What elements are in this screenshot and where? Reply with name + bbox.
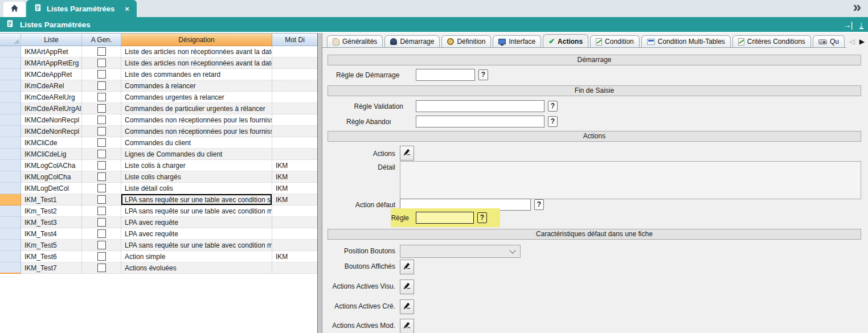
a-gen-checkbox[interactable] (97, 138, 106, 147)
action-defaut-help-button[interactable]: ? (534, 199, 544, 210)
a-gen-checkbox[interactable] (97, 150, 106, 158)
cell-designation[interactable]: Liste colis chargés (121, 171, 272, 183)
table-row[interactable]: IKMCliCdeLig Lignes de Commandes du clie… (0, 149, 317, 160)
cell-liste[interactable]: IKMCdeAppRet (21, 69, 82, 80)
cell-liste[interactable]: IKMCliCdeLig (21, 149, 82, 160)
regle-abandon-help-button[interactable]: ? (548, 116, 558, 127)
cell-designation[interactable]: LPA sans requête sur une table avec cond… (121, 205, 272, 217)
column-header-designation[interactable]: Désignation (121, 34, 272, 46)
actions-actives-visu-edit-button[interactable] (400, 279, 414, 294)
table-row[interactable]: IKMArtAppRet Liste des articles non réce… (0, 46, 317, 57)
jump-to-end-icon[interactable]: →| (843, 20, 853, 30)
a-gen-checkbox[interactable] (97, 161, 106, 170)
row-selector-cell[interactable] (0, 228, 21, 240)
a-gen-checkbox[interactable] (97, 241, 106, 249)
a-gen-checkbox[interactable] (97, 116, 106, 124)
table-row[interactable]: IKM_Test3 LPA avec requête (0, 217, 317, 228)
cell-mot-di[interactable] (272, 80, 317, 92)
tab-crit-res-conditions[interactable]: Critères Conditions (732, 35, 811, 47)
cell-designation[interactable]: LPA avec requête (121, 217, 272, 228)
a-gen-checkbox[interactable] (97, 70, 106, 79)
tab-d-marrage[interactable]: Démarrage (384, 35, 440, 47)
cell-mot-di[interactable] (272, 103, 317, 114)
cell-liste[interactable]: IKm_Test5 (21, 240, 82, 251)
regle-demarrage-input[interactable] (416, 69, 475, 81)
column-header-a-gen[interactable]: A Gen. (82, 34, 121, 46)
cell-designation[interactable]: Commandes non réceptionnées pour les fou… (121, 126, 272, 137)
tab-d-finition[interactable]: Définition (441, 35, 491, 47)
cell-designation[interactable]: Liste des articles non réceptionnées ava… (121, 57, 272, 69)
a-gen-checkbox[interactable] (97, 47, 106, 56)
position-boutons-select[interactable] (400, 245, 521, 258)
cell-designation[interactable]: Liste des articles non réceptionnées ava… (121, 46, 272, 57)
table-row[interactable]: IKMCdeAppRet Liste des commandes en reta… (0, 69, 317, 80)
cell-liste[interactable]: IKMCdeNonRecpl (21, 114, 82, 126)
cell-mot-di[interactable] (272, 228, 317, 240)
tab-qu[interactable]: Qu (813, 35, 845, 47)
table-row[interactable]: IKmCdeARelUrg Commandes urgentes à relan… (0, 92, 317, 103)
tab-condition[interactable]: Condition (590, 35, 640, 47)
cell-mot-di[interactable] (272, 240, 317, 251)
grid-corner-header[interactable] (0, 34, 21, 46)
regle-validation-help-button[interactable]: ? (548, 101, 558, 112)
row-selector-cell[interactable] (0, 149, 21, 160)
cell-mot-di[interactable] (272, 149, 317, 160)
table-row[interactable]: IKM_Test6 Action simple IKM (0, 251, 317, 262)
tab-g-n-ralit-s[interactable]: Généralités (327, 35, 383, 47)
cell-mot-di[interactable] (272, 69, 317, 80)
row-selector-cell[interactable] (0, 262, 21, 274)
cell-liste[interactable]: IKm_Test2 (21, 205, 82, 217)
table-row[interactable]: IKMArtAppRetErg Liste des articles non r… (0, 57, 317, 69)
cell-mot-di[interactable] (272, 217, 317, 228)
cell-liste[interactable]: IKM_Test7 (21, 262, 82, 274)
row-selector-cell[interactable] (0, 46, 21, 57)
table-row[interactable]: IKMCdeNonRecpl Commandes non réceptionné… (0, 126, 317, 137)
table-row[interactable]: IKMLogColCha Liste colis chargés IKM (0, 171, 317, 183)
cell-mot-di[interactable]: IKM (272, 194, 317, 205)
table-row[interactable]: IKMCliCde Commandes du client (0, 137, 317, 149)
cell-mot-di[interactable]: IKM (272, 160, 317, 171)
row-selector-cell[interactable] (0, 69, 21, 80)
a-gen-checkbox[interactable] (97, 127, 106, 135)
cell-liste[interactable]: IKMLogColACha (21, 160, 82, 171)
actions-edit-button[interactable] (400, 146, 414, 161)
a-gen-checkbox[interactable] (97, 184, 106, 192)
row-selector-cell[interactable] (0, 114, 21, 126)
row-selector-cell[interactable] (0, 171, 21, 183)
table-row[interactable]: IKM_Test4 LPA avec requête (0, 228, 317, 240)
row-selector-cell[interactable] (0, 92, 21, 103)
tab-overflow-icon[interactable]: » (853, 0, 861, 16)
cell-liste[interactable]: IKM_Test6 (21, 251, 82, 262)
tab-listes-parametrees[interactable]: Listes Paramétrées × (26, 0, 137, 17)
cell-liste[interactable]: IKMCdeNonRecpl (21, 126, 82, 137)
a-gen-checkbox[interactable] (97, 172, 106, 181)
table-row[interactable]: IKM_Test7 Actions évoluées (0, 262, 317, 274)
boutons-affiches-edit-button[interactable] (400, 260, 414, 274)
a-gen-checkbox[interactable] (97, 207, 106, 215)
home-tab[interactable] (3, 2, 25, 17)
regle-demarrage-help-button[interactable]: ? (478, 69, 488, 80)
a-gen-checkbox[interactable] (97, 218, 106, 227)
row-selector-cell[interactable] (0, 103, 21, 114)
cell-designation[interactable]: LPA avec requête (121, 228, 272, 240)
export-down-icon[interactable]: ↓ (859, 20, 864, 29)
a-gen-checkbox[interactable] (97, 264, 106, 272)
cell-liste[interactable]: IKM_Test1 (21, 194, 82, 205)
tab-actions[interactable]: Actions (543, 34, 588, 48)
cell-designation[interactable]: LPA sans requête sur une table avec cond… (121, 240, 272, 251)
a-gen-checkbox[interactable] (97, 93, 106, 101)
cell-designation[interactable]: Liste colis à charger (121, 160, 272, 171)
a-gen-checkbox[interactable] (97, 229, 106, 238)
cell-liste[interactable]: IKmCdeARelUrg (21, 92, 82, 103)
row-selector-cell[interactable] (0, 240, 21, 251)
cell-liste[interactable]: IKMLogColCha (21, 171, 82, 183)
tab-interface[interactable]: Interface (493, 35, 541, 47)
cell-mot-di[interactable] (272, 205, 317, 217)
row-selector-cell[interactable] (0, 251, 21, 262)
cell-mot-di[interactable]: IKM (272, 183, 317, 194)
row-selector-cell[interactable] (0, 160, 21, 171)
cell-designation[interactable]: Action simple (121, 251, 272, 262)
regle-validation-input[interactable] (416, 100, 544, 112)
cell-liste[interactable]: IKMLogDetCol (21, 183, 82, 194)
cell-designation[interactable]: Commandes du client (121, 137, 272, 149)
